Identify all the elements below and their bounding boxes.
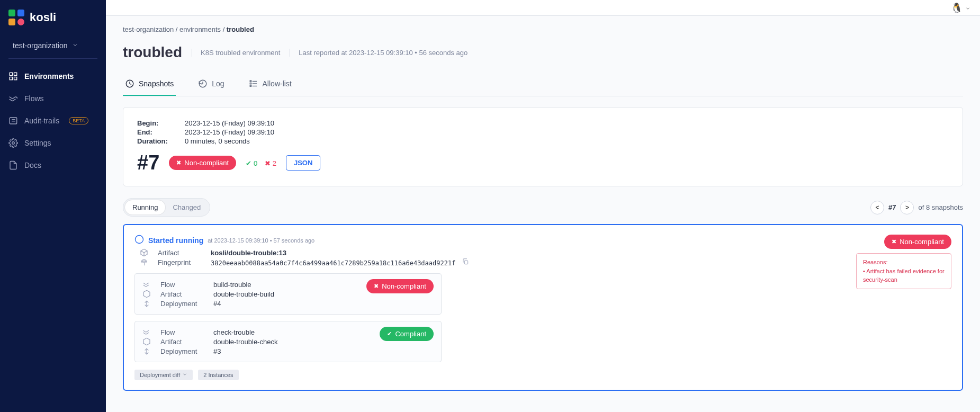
- brand-name: kosli: [30, 11, 56, 24]
- prev-button[interactable]: <: [870, 201, 884, 214]
- nav-label: Audit-trails: [24, 117, 59, 125]
- beta-badge: BETA: [69, 117, 88, 124]
- reasons-box: Reasons: • Artifact has failed evidence …: [856, 253, 951, 289]
- breadcrumb-org[interactable]: test-organization: [123, 25, 174, 33]
- gear-icon: [8, 138, 18, 148]
- breadcrumb-current: troubled: [227, 25, 254, 33]
- filter-row: Running Changed < #7 > of 8 snapshots: [123, 198, 963, 217]
- compliance-label: Non-compliant: [184, 159, 229, 167]
- tab-snapshots[interactable]: Snapshots: [123, 73, 176, 96]
- svg-rect-13: [250, 83, 251, 84]
- duration-value: 0 minutes, 0 seconds: [185, 137, 949, 145]
- user-avatar[interactable]: 🐧: [951, 2, 970, 14]
- view-toggle: Running Changed: [123, 198, 210, 217]
- flow-label: Flow: [160, 281, 208, 289]
- svg-rect-0: [10, 73, 12, 75]
- artifact-compliance-badge: ✖ Non-compliant: [884, 235, 951, 249]
- svg-point-7: [12, 142, 15, 145]
- logo-mark-icon: [8, 10, 24, 25]
- org-selector[interactable]: test-organization: [0, 35, 106, 56]
- env-type: K8S troubled environment: [192, 49, 280, 57]
- next-button[interactable]: >: [900, 201, 914, 214]
- history-icon: [198, 79, 208, 88]
- snapshot-number: #7: [137, 151, 159, 174]
- checklist-icon: [249, 79, 258, 88]
- artifact-timestamp: at 2023-12-15 09:39:10 • 57 seconds ago: [208, 237, 314, 244]
- document-icon: [8, 160, 18, 170]
- x-circle-icon: ✖: [265, 159, 271, 167]
- deployment-value[interactable]: #3: [213, 347, 369, 355]
- nav-flows[interactable]: Flows: [0, 87, 106, 110]
- page-header: troubled K8S troubled environment Last r…: [123, 44, 963, 61]
- copy-icon[interactable]: [462, 258, 469, 265]
- list-icon: [8, 116, 18, 126]
- flow-block-1: Flow build-trouble Artifact double-troub…: [134, 273, 442, 315]
- x-circle-icon: ✖: [892, 238, 896, 245]
- svg-rect-4: [10, 118, 17, 124]
- current-page: #7: [888, 203, 896, 211]
- begin-label: Begin:: [137, 119, 185, 127]
- logo[interactable]: kosli: [0, 0, 106, 35]
- chevron-down-icon: [182, 372, 187, 378]
- flow-block-2: Flow check-trouble Artifact double-troub…: [134, 321, 442, 362]
- clock-icon: [125, 79, 134, 88]
- flow-compliance-badge: ✖ Non-compliant: [366, 279, 434, 293]
- artifact-value[interactable]: double-trouble-build: [213, 290, 356, 298]
- deployment-value[interactable]: #4: [213, 300, 356, 308]
- svg-rect-12: [250, 80, 251, 82]
- breadcrumb-section[interactable]: environments: [179, 25, 221, 33]
- deployment-label: Deployment: [160, 300, 208, 308]
- changed-toggle[interactable]: Changed: [165, 200, 208, 214]
- nav-label: Docs: [24, 161, 41, 169]
- svg-rect-2: [10, 77, 12, 80]
- instances-chip[interactable]: 2 Instances: [198, 370, 238, 380]
- artifact-name[interactable]: kosli/double-trouble:13: [211, 249, 846, 257]
- compliance-badge: ✖ Non-compliant: [169, 156, 236, 170]
- pager-total: of 8 snapshots: [918, 203, 963, 211]
- nav-label: Environments: [24, 72, 74, 80]
- nav-environments[interactable]: Environments: [0, 65, 106, 87]
- check-circle-icon: ✔: [246, 159, 251, 167]
- flow-value[interactable]: build-trouble: [213, 281, 356, 289]
- x-circle-icon: ✖: [176, 159, 181, 166]
- tab-log[interactable]: Log: [196, 73, 226, 96]
- nav-settings[interactable]: Settings: [0, 132, 106, 154]
- running-toggle[interactable]: Running: [125, 200, 165, 214]
- reason-item: • Artifact has failed evidence for secur…: [863, 267, 945, 284]
- chevron-down-icon: [72, 41, 78, 50]
- svg-rect-1: [14, 73, 17, 75]
- grid-icon: [8, 71, 18, 81]
- tab-allowlist[interactable]: Allow-list: [247, 73, 294, 96]
- nav-docs[interactable]: Docs: [0, 154, 106, 176]
- tabs: Snapshots Log Allow-list: [123, 73, 963, 96]
- artifact-status: Started running: [148, 236, 203, 245]
- deployment-icon: [142, 299, 151, 308]
- package-icon: [140, 248, 148, 257]
- x-circle-icon: ✖: [374, 283, 379, 290]
- tab-label: Allow-list: [263, 79, 292, 88]
- page-title: troubled: [123, 44, 182, 61]
- pager: < #7 > of 8 snapshots: [870, 201, 963, 214]
- reasons-title: Reasons:: [863, 258, 945, 267]
- snapshot-summary: Begin: 2023-12-15 (Friday) 09:39:10 End:…: [123, 107, 963, 186]
- package-icon: [142, 337, 151, 346]
- json-button[interactable]: JSON: [286, 155, 320, 171]
- waves-icon: [142, 280, 151, 289]
- flow-value[interactable]: check-trouble: [213, 328, 369, 336]
- deployment-diff-button[interactable]: Deployment diff: [134, 370, 193, 380]
- svg-rect-16: [464, 261, 467, 264]
- plus-circle-icon: [134, 235, 144, 246]
- artifact-label: Artifact: [160, 338, 208, 346]
- nav-audit-trails[interactable]: Audit-trails BETA: [0, 110, 106, 132]
- deployment-label: Deployment: [160, 347, 208, 355]
- artifact-label: Artifact: [158, 249, 205, 257]
- tab-label: Snapshots: [139, 79, 174, 88]
- begin-value: 2023-12-15 (Friday) 09:39:10: [185, 119, 949, 127]
- flow-compliance-badge: ✔ Compliant: [380, 327, 434, 341]
- svg-rect-3: [14, 77, 17, 80]
- artifact-card: Started running at 2023-12-15 09:39:10 •…: [123, 224, 963, 391]
- fingerprint-label: Fingerprint: [158, 258, 205, 266]
- topbar: 🐧: [106, 0, 980, 16]
- artifact-value[interactable]: double-trouble-check: [213, 338, 369, 346]
- main-content: test-organization / environments / troub…: [106, 0, 980, 412]
